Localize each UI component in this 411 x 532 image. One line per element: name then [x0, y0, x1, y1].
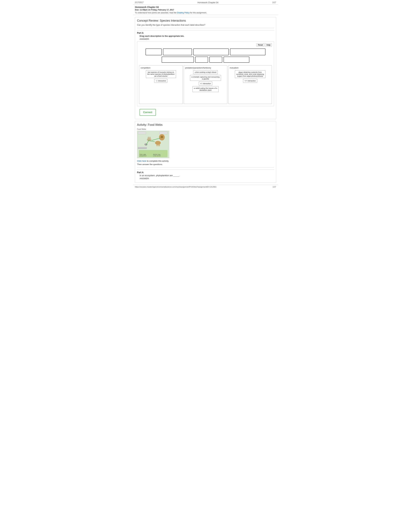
category-mutualism: mutualism algae obtaining nutrients from… — [228, 65, 272, 104]
food-webs-label: Food Webs — [137, 128, 274, 130]
drag-item-algae[interactable]: algae obtaining nutrients fromsymbiotic … — [235, 70, 265, 78]
bin-top-4[interactable] — [230, 48, 265, 55]
mutualism-header: mutualism — [230, 67, 271, 69]
answer-label: ANSWER: — [137, 38, 274, 40]
drag-item-cheetah[interactable]: a cheetah capturing and consuminga gazel… — [190, 75, 221, 81]
svg-point-7 — [147, 138, 151, 141]
svg-point-8 — [148, 137, 149, 139]
bin-top-3[interactable] — [193, 48, 229, 55]
help-button[interactable]: Help — [265, 43, 272, 47]
competition-header: competition — [140, 67, 181, 69]
category-competition: competition two species of mussels relyi… — [139, 65, 183, 104]
policy-suffix: for this assignment. — [190, 12, 207, 14]
bin-bottom-4[interactable] — [224, 57, 249, 63]
svg-point-6 — [160, 136, 163, 138]
drag-item-rabbit[interactable]: a rabbit eating the leaves of adandelion… — [192, 86, 219, 92]
assignment-due: Due: 11:59pm on Friday, February 17, 201… — [135, 9, 276, 11]
activity-title: Activity: Food Webs — [137, 123, 274, 127]
policy-text: To understand how points are awarded, re… — [135, 12, 177, 14]
click-here-link[interactable]: Click here — [137, 160, 146, 162]
then-answer: Then answer the questions. — [137, 163, 274, 166]
question-phytoplankton: In an ecosystem, phytoplankton are _____… — [137, 174, 274, 177]
svg-rect-24 — [138, 148, 147, 148]
svg-rect-11 — [157, 144, 157, 146]
drag-drop-container: Reset Help competition two species of mu… — [137, 41, 274, 106]
bins-row-bottom — [139, 57, 272, 63]
svg-text:Bacteria, fungi,: Bacteria, fungi, — [153, 154, 160, 155]
grading-policy-link[interactable]: Grading Policy — [177, 12, 189, 14]
svg-rect-13 — [159, 144, 160, 146]
svg-rect-12 — [158, 144, 159, 146]
svg-text:phytoplankton: phytoplankton — [140, 155, 147, 157]
bin-bottom-3[interactable] — [209, 57, 222, 63]
svg-rect-1 — [138, 132, 146, 134]
divider-1 — [137, 28, 274, 28]
svg-text:certain animals: certain animals — [153, 155, 161, 156]
activity-food-webs-section: Activity: Food Webs Food Webs — [135, 121, 276, 183]
assignment-info: Homework Chapter 04 Due: 11:59pm on Frid… — [133, 5, 278, 15]
assignment-title: Homework Chapter 04 — [135, 6, 276, 8]
part-a-label-2: Part A — [137, 170, 274, 174]
drag-drop-toolbar: Reset Help — [139, 43, 272, 47]
bin-top-2[interactable] — [163, 48, 192, 55]
footer-page: 1/17 — [273, 186, 276, 188]
drag-item-plus-plus[interactable]: +/+ interaction — [243, 79, 257, 83]
bins-row-top — [139, 48, 272, 55]
food-webs-image: Plants, algae, phytoplankton Bacteria, f… — [137, 131, 169, 158]
bin-bottom-2[interactable] — [195, 57, 208, 63]
part-a-label: Part A — [137, 30, 274, 34]
category-predation: predation/parasitism/herbivory a tick su… — [184, 65, 227, 104]
concept-review-title: Concept Review: Species Interactions — [137, 19, 274, 22]
assignment-policy: To understand how points are awarded, re… — [135, 12, 276, 14]
drag-item-plus-minus[interactable]: +/- interaction — [199, 82, 212, 86]
click-here-text: Click here to complete this activity. — [137, 160, 274, 162]
click-text: to complete this activity. — [147, 160, 169, 162]
answer-label-2: ANSWER: — [137, 177, 274, 180]
part-a-instruction: Drag each description to the appropriate… — [137, 35, 274, 37]
drag-item-minus-minus[interactable]: -/- interaction — [154, 79, 168, 83]
correct-badge: Correct — [140, 109, 156, 116]
predation-header: predation/parasitism/herbivory — [185, 67, 226, 69]
svg-text:Plants, algae,: Plants, algae, — [140, 154, 146, 155]
drag-item-mussels[interactable]: two species of mussels relying onthe sam… — [146, 70, 176, 78]
bin-bottom-1[interactable] — [162, 57, 194, 63]
header-title: Homework Chapter 04 — [197, 1, 218, 4]
page-footer: https://session.masteringenvironmentalsc… — [133, 185, 278, 189]
bin-top-1[interactable] — [146, 48, 162, 55]
page-header: 2/17/2017 Homework Chapter 04 1/17 — [133, 0, 278, 5]
concept-review-section: Concept Review: Species Interactions Can… — [135, 17, 276, 119]
concept-review-desc: Can you identify the type of species int… — [137, 24, 274, 26]
svg-rect-2 — [159, 132, 168, 134]
drag-item-tick[interactable]: a tick sucking a dog's blood — [193, 70, 218, 74]
reset-button[interactable]: Reset — [256, 43, 264, 47]
header-date: 2/17/2017 — [135, 1, 143, 4]
footer-url[interactable]: https://session.masteringenvironmentalsc… — [135, 186, 216, 188]
header-page: 1/17 — [272, 1, 276, 4]
svg-point-9 — [149, 137, 150, 139]
categories-row: competition two species of mussels relyi… — [139, 65, 272, 104]
